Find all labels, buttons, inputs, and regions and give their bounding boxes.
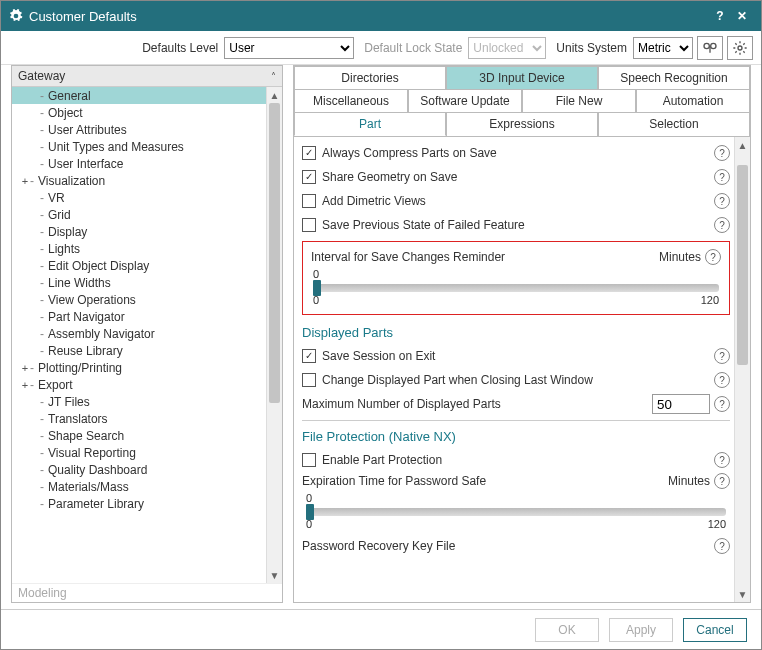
tree-item-visual-reporting[interactable]: -Visual Reporting: [12, 444, 282, 461]
tab-automation[interactable]: Automation: [636, 89, 750, 112]
enable-protection-checkbox[interactable]: [302, 453, 316, 467]
tree-item-line-widths[interactable]: -Line Widths: [12, 274, 282, 291]
slider-thumb[interactable]: [313, 280, 321, 296]
tree-header[interactable]: Gateway ˄: [12, 66, 282, 87]
tree-item-view-operations[interactable]: -View Operations: [12, 291, 282, 308]
help-icon[interactable]: ?: [714, 538, 730, 554]
expiration-units: Minutes: [668, 474, 710, 488]
tree-scrollbar[interactable]: ▲ ▼: [266, 87, 282, 583]
save-session-checkbox[interactable]: [302, 349, 316, 363]
tree-item-assembly-navigator[interactable]: -Assembly Navigator: [12, 325, 282, 342]
tree-bullet-icon: -: [40, 259, 44, 273]
settings-scrollbar[interactable]: ▲ ▼: [734, 137, 750, 602]
cancel-button[interactable]: Cancel: [683, 618, 747, 642]
save-session-label: Save Session on Exit: [322, 349, 710, 363]
max-displayed-input[interactable]: [652, 394, 710, 414]
help-icon[interactable]: ?: [714, 145, 730, 161]
help-icon[interactable]: ?: [714, 396, 730, 412]
add-dimetric-checkbox[interactable]: [302, 194, 316, 208]
tree-item-plotting-printing[interactable]: +-Plotting/Printing: [12, 359, 282, 376]
tree-bullet-icon: -: [40, 208, 44, 222]
add-dimetric-label: Add Dimetric Views: [322, 194, 710, 208]
help-icon[interactable]: ?: [714, 217, 730, 233]
scroll-down-icon[interactable]: ▼: [735, 586, 750, 602]
help-icon[interactable]: ?: [714, 169, 730, 185]
help-button[interactable]: ?: [709, 5, 731, 27]
expand-icon[interactable]: +: [20, 379, 30, 391]
tree-item-label: Lights: [48, 242, 80, 256]
help-icon[interactable]: ?: [714, 473, 730, 489]
tree-item-lights[interactable]: -Lights: [12, 240, 282, 257]
help-icon[interactable]: ?: [705, 249, 721, 265]
tab-part[interactable]: Part: [294, 112, 446, 136]
tree-bullet-icon: -: [40, 157, 44, 171]
tree-item-reuse-library[interactable]: -Reuse Library: [12, 342, 282, 359]
category-tree: Gateway ˄ -General-Object-User Attribute…: [11, 65, 283, 603]
tree-item-unit-types-and-measures[interactable]: -Unit Types and Measures: [12, 138, 282, 155]
tree-item-user-attributes[interactable]: -User Attributes: [12, 121, 282, 138]
scroll-thumb[interactable]: [269, 103, 280, 403]
tree-item-materials-mass[interactable]: -Materials/Mass: [12, 478, 282, 495]
tree-header-next[interactable]: Modeling: [12, 583, 282, 602]
tree-item-export[interactable]: +-Export: [12, 376, 282, 393]
tree-item-jt-files[interactable]: -JT Files: [12, 393, 282, 410]
tree-item-part-navigator[interactable]: -Part Navigator: [12, 308, 282, 325]
tree-item-parameter-library[interactable]: -Parameter Library: [12, 495, 282, 512]
tree-bullet-icon: -: [40, 446, 44, 460]
scroll-up-icon[interactable]: ▲: [735, 137, 750, 153]
tree-item-general[interactable]: -General: [12, 87, 282, 104]
tree-item-edit-object-display[interactable]: -Edit Object Display: [12, 257, 282, 274]
help-icon[interactable]: ?: [714, 348, 730, 364]
slider-thumb[interactable]: [306, 504, 314, 520]
tree-bullet-icon: -: [40, 463, 44, 477]
scroll-thumb[interactable]: [737, 165, 748, 365]
tree-item-visualization[interactable]: +-Visualization: [12, 172, 282, 189]
tab-3d-input-device[interactable]: 3D Input Device: [446, 66, 598, 89]
close-button[interactable]: ✕: [731, 5, 753, 27]
tree-item-translators[interactable]: -Translators: [12, 410, 282, 427]
help-icon[interactable]: ?: [714, 193, 730, 209]
toolbar: Defaults Level User Default Lock State U…: [1, 31, 761, 65]
change-displayed-checkbox[interactable]: [302, 373, 316, 387]
tree-item-object[interactable]: -Object: [12, 104, 282, 121]
settings-list: Always Compress Parts on Save ? Share Ge…: [302, 141, 750, 598]
reminder-slider[interactable]: [313, 284, 719, 292]
tree-bullet-icon: -: [40, 429, 44, 443]
help-icon[interactable]: ?: [714, 372, 730, 388]
tree-item-vr[interactable]: -VR: [12, 189, 282, 206]
always-compress-checkbox[interactable]: [302, 146, 316, 160]
expand-icon[interactable]: +: [20, 362, 30, 374]
units-select[interactable]: Metric: [633, 37, 693, 59]
expand-icon[interactable]: +: [20, 175, 30, 187]
gear-icon: [9, 9, 23, 23]
tree-item-quality-dashboard[interactable]: -Quality Dashboard: [12, 461, 282, 478]
scroll-up-icon[interactable]: ▲: [267, 87, 282, 103]
tree-item-shape-search[interactable]: -Shape Search: [12, 427, 282, 444]
tree-bullet-icon: -: [40, 497, 44, 511]
tree-bullet-icon: -: [40, 106, 44, 120]
find-icon[interactable]: [697, 36, 723, 60]
tab-speech-recognition[interactable]: Speech Recognition: [598, 66, 750, 89]
tree-item-user-interface[interactable]: -User Interface: [12, 155, 282, 172]
change-displayed-label: Change Displayed Part when Closing Last …: [322, 373, 710, 387]
save-prev-state-checkbox[interactable]: [302, 218, 316, 232]
tab-file-new[interactable]: File New: [522, 89, 636, 112]
share-geometry-checkbox[interactable]: [302, 170, 316, 184]
tree-bullet-icon: -: [40, 242, 44, 256]
scroll-down-icon[interactable]: ▼: [267, 567, 282, 583]
tree-item-grid[interactable]: -Grid: [12, 206, 282, 223]
tree-item-display[interactable]: -Display: [12, 223, 282, 240]
tab-expressions[interactable]: Expressions: [446, 112, 598, 136]
help-icon[interactable]: ?: [714, 452, 730, 468]
tab-directories[interactable]: Directories: [294, 66, 446, 89]
titlebar: Customer Defaults ? ✕: [1, 1, 761, 31]
defaults-level-select[interactable]: User: [224, 37, 354, 59]
reminder-units: Minutes: [659, 250, 701, 264]
tree-bullet-icon: -: [40, 225, 44, 239]
settings-icon[interactable]: [727, 36, 753, 60]
tab-selection[interactable]: Selection: [598, 112, 750, 136]
tree-item-label: General: [48, 89, 91, 103]
tab-miscellaneous[interactable]: Miscellaneous: [294, 89, 408, 112]
expiration-slider[interactable]: [306, 508, 726, 516]
tab-software-update[interactable]: Software Update: [408, 89, 522, 112]
